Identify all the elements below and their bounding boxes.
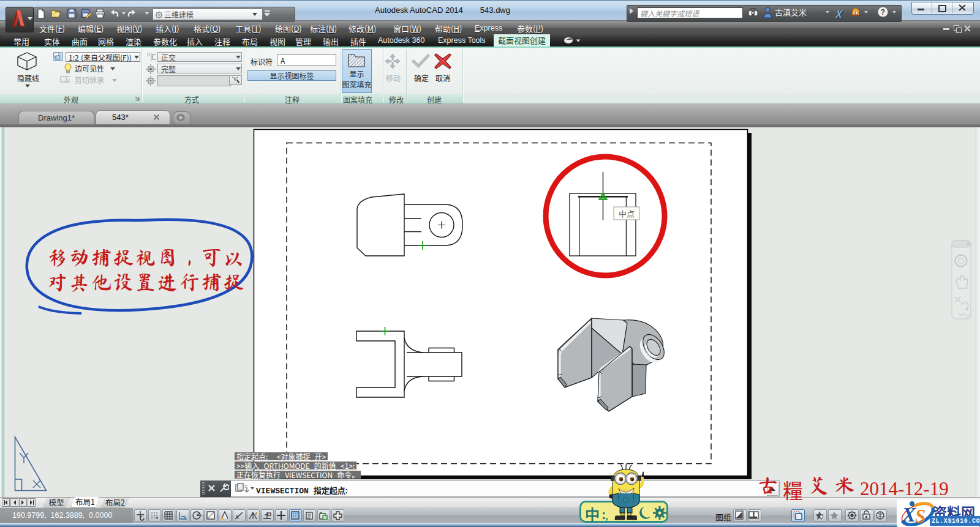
svg-text:X: X — [902, 504, 916, 526]
svg-text:S: S — [915, 506, 925, 526]
svg-text:中点: 中点 — [619, 207, 635, 219]
svg-text:?: ? — [881, 8, 885, 17]
